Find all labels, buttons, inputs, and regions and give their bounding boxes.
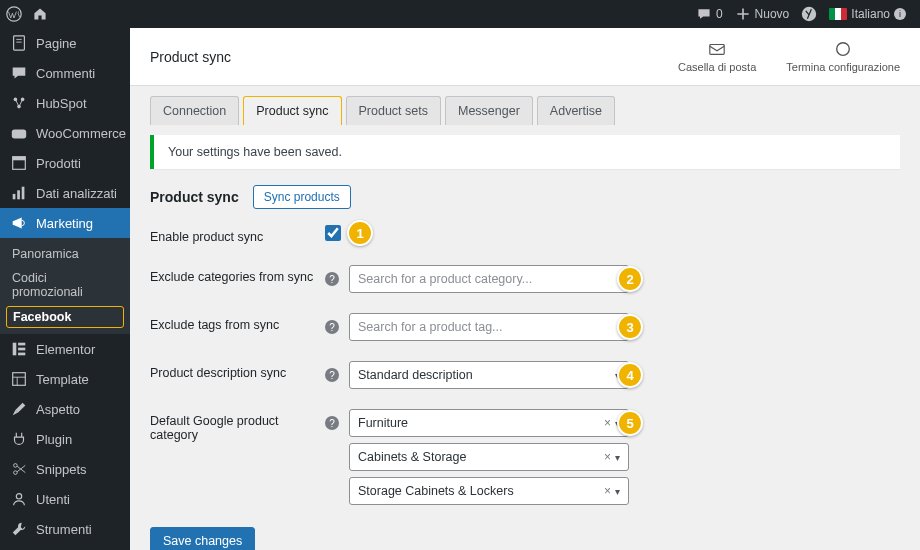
- svg-rect-17: [18, 353, 25, 356]
- sidebar-item-woocommerce[interactable]: WooCommerce: [0, 118, 130, 148]
- clear-icon[interactable]: ×: [604, 450, 611, 464]
- svg-rect-8: [12, 129, 26, 138]
- help-icon[interactable]: ?: [325, 320, 339, 334]
- google-category-select[interactable]: Storage Cabinets & Lockers×▾: [349, 477, 629, 505]
- svg-point-23: [16, 494, 21, 499]
- help-icon[interactable]: ?: [325, 368, 339, 382]
- exclude-tags-label: Exclude tags from sync: [150, 313, 315, 332]
- description-sync-label: Product description sync: [150, 361, 315, 380]
- sidebar-submenu: PanoramicaCodici promozionaliFacebook: [0, 238, 130, 334]
- google-category-label: Default Google product category: [150, 409, 315, 442]
- sidebar-item-template[interactable]: Template: [0, 364, 130, 394]
- info-icon: i: [894, 8, 906, 20]
- sidebar-item-snippets[interactable]: Snippets: [0, 454, 130, 484]
- enable-sync-checkbox[interactable]: [325, 225, 341, 241]
- sidebar-item-plugin[interactable]: Plugin: [0, 424, 130, 454]
- svg-point-5: [14, 98, 18, 102]
- new-label: Nuovo: [755, 7, 790, 21]
- home-icon[interactable]: [32, 6, 48, 22]
- users-icon: [10, 490, 28, 508]
- sidebar-item-label: Strumenti: [36, 522, 92, 537]
- comments-indicator[interactable]: 0: [696, 6, 723, 22]
- yoast-icon[interactable]: [801, 6, 817, 22]
- sidebar-sub-panoramica[interactable]: Panoramica: [0, 242, 130, 266]
- sidebar-item-dati-analizzati[interactable]: Dati analizzati: [0, 178, 130, 208]
- svg-rect-2: [14, 36, 25, 50]
- svg-rect-14: [13, 343, 17, 356]
- comments-count: 0: [716, 7, 723, 21]
- settings-tabs: ConnectionProduct syncProduct setsMessen…: [130, 86, 920, 125]
- help-icon[interactable]: ?: [325, 272, 339, 286]
- tab-messenger[interactable]: Messenger: [445, 96, 533, 125]
- callout-3: 3: [617, 314, 643, 340]
- google-category-select[interactable]: Furniture×▾: [349, 409, 629, 437]
- elementor-icon: [10, 340, 28, 358]
- svg-rect-15: [18, 343, 25, 346]
- language-switcher[interactable]: Italiano i: [829, 7, 906, 21]
- main-content: Product sync Casella di posta Termina co…: [130, 28, 920, 550]
- sidebar-item-label: Snippets: [36, 462, 87, 477]
- admin-sidebar: PagineCommentiHubSpotWooCommerceProdotti…: [0, 28, 130, 550]
- sidebar-item-aspetto[interactable]: Aspetto: [0, 394, 130, 424]
- tab-advertise[interactable]: Advertise: [537, 96, 615, 125]
- exclude-categories-input[interactable]: [349, 265, 629, 293]
- svg-point-21: [14, 464, 18, 468]
- circle-icon: [834, 40, 852, 58]
- svg-rect-13: [22, 187, 25, 200]
- callout-4: 4: [617, 362, 643, 388]
- sidebar-item-pagine[interactable]: Pagine: [0, 28, 130, 58]
- sync-products-button[interactable]: Sync products: [253, 185, 351, 209]
- sidebar-item-strumenti[interactable]: Strumenti: [0, 514, 130, 544]
- sidebar-sub-codici-promozionali[interactable]: Codici promozionali: [0, 266, 130, 304]
- sidebar-item-label: Dati analizzati: [36, 186, 117, 201]
- sidebar-item-label: Marketing: [36, 216, 93, 231]
- new-content-button[interactable]: Nuovo: [735, 6, 790, 22]
- help-icon[interactable]: ?: [325, 416, 339, 430]
- select-value: Standard description: [358, 368, 473, 382]
- inbox-button[interactable]: Casella di posta: [678, 40, 756, 73]
- svg-rect-11: [13, 194, 16, 199]
- finish-setup-button[interactable]: Termina configurazione: [786, 40, 900, 73]
- chevron-down-icon: ▾: [615, 452, 620, 463]
- sidebar-item-elementor[interactable]: Elementor: [0, 334, 130, 364]
- scissors-icon: [10, 460, 28, 478]
- sidebar-item-marketing[interactable]: Marketing: [0, 208, 130, 238]
- sidebar-item-label: Aspetto: [36, 402, 80, 417]
- brush-icon: [10, 400, 28, 418]
- wordpress-icon[interactable]: [6, 6, 22, 22]
- tab-product-sync[interactable]: Product sync: [243, 96, 341, 125]
- comment-icon: [696, 6, 712, 22]
- sidebar-item-label: Commenti: [36, 66, 95, 81]
- exclude-tags-input[interactable]: [349, 313, 629, 341]
- svg-rect-16: [18, 348, 25, 351]
- enable-sync-label: Enable product sync: [150, 225, 315, 244]
- clear-icon[interactable]: ×: [604, 416, 611, 430]
- plus-icon: [735, 6, 751, 22]
- woo-icon: [10, 124, 28, 142]
- clear-icon[interactable]: ×: [604, 484, 611, 498]
- sidebar-item-utenti[interactable]: Utenti: [0, 484, 130, 514]
- template-icon: [10, 370, 28, 388]
- language-label: Italiano: [851, 7, 890, 21]
- callout-1: 1: [347, 220, 373, 246]
- description-sync-select[interactable]: Standard description ▾: [349, 361, 629, 389]
- sidebar-item-hubspot[interactable]: HubSpot: [0, 88, 130, 118]
- sidebar-item-commenti[interactable]: Commenti: [0, 58, 130, 88]
- save-changes-button[interactable]: Save changes: [150, 527, 255, 550]
- page-title: Product sync: [150, 49, 231, 65]
- svg-rect-31: [710, 45, 724, 55]
- chevron-down-icon: ▾: [615, 486, 620, 497]
- sidebar-sub-facebook[interactable]: Facebook: [6, 306, 124, 328]
- page-header: Product sync Casella di posta Termina co…: [130, 28, 920, 86]
- svg-point-6: [21, 98, 25, 102]
- sidebar-item-label: WooCommerce: [36, 126, 126, 141]
- svg-point-22: [14, 471, 18, 475]
- google-category-select[interactable]: Cabinets & Storage×▾: [349, 443, 629, 471]
- tab-connection[interactable]: Connection: [150, 96, 239, 125]
- tab-product-sets[interactable]: Product sets: [346, 96, 441, 125]
- sidebar-item-prodotti[interactable]: Prodotti: [0, 148, 130, 178]
- inbox-label: Casella di posta: [678, 61, 756, 73]
- page-icon: [10, 34, 28, 52]
- callout-5: 5: [617, 410, 643, 436]
- sidebar-item-impostazioni[interactable]: Impostazioni: [0, 544, 130, 550]
